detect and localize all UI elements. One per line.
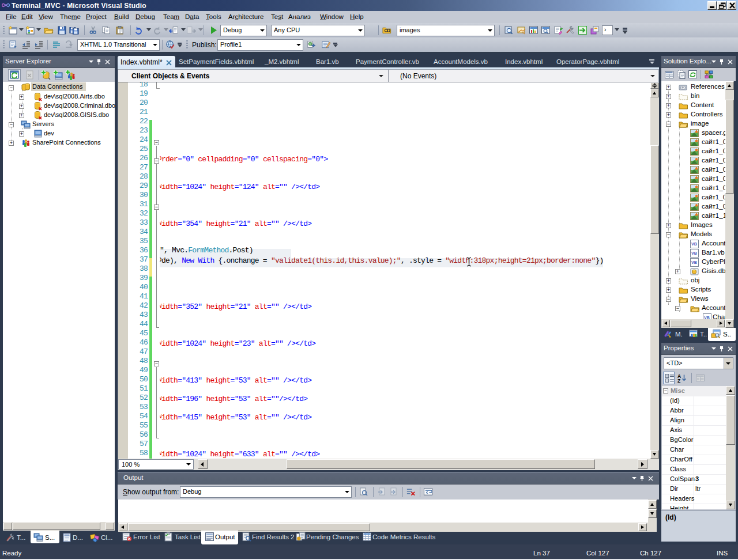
svg-text:Z: Z	[677, 378, 680, 383]
